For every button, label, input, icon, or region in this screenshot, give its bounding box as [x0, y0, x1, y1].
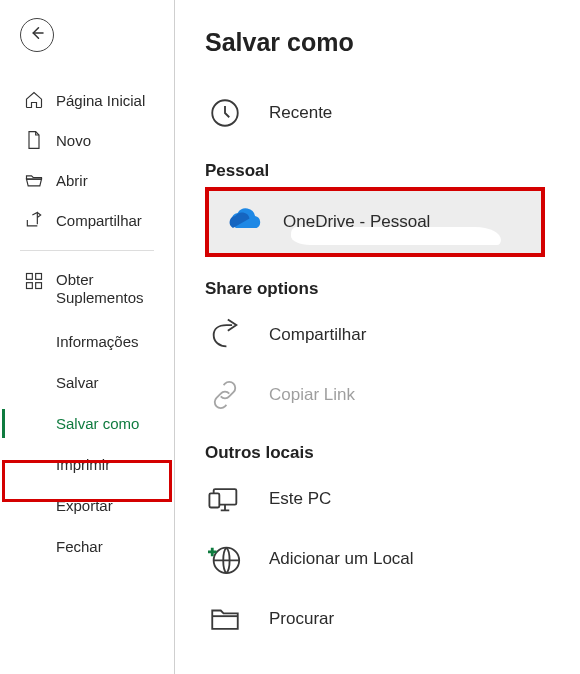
nav-open[interactable]: Abrir [0, 160, 174, 200]
action-add-place[interactable]: Adicionar um Local [205, 529, 570, 589]
nav-label: Compartilhar [56, 212, 142, 229]
subnav-export[interactable]: Exportar [0, 485, 174, 526]
nav-label: Página Inicial [56, 92, 145, 109]
backstage-sidebar: Página Inicial Novo Abrir Compartilhar [0, 0, 175, 674]
sidebar-divider [20, 250, 154, 251]
row-label: Recente [269, 103, 332, 123]
svg-rect-1 [27, 274, 33, 280]
subnav-print[interactable]: Imprimir [0, 444, 174, 485]
row-label: Compartilhar [269, 325, 366, 345]
location-this-pc[interactable]: Este PC [205, 469, 570, 529]
onedrive-icon [225, 207, 263, 237]
row-label: Adicionar um Local [269, 549, 414, 569]
folder-open-icon [24, 170, 44, 190]
link-icon [205, 375, 245, 415]
subnav-save-as[interactable]: Salvar como [0, 403, 174, 444]
grid-icon [24, 271, 44, 291]
svg-rect-2 [36, 274, 42, 280]
location-onedrive-personal[interactable]: OneDrive - Pessoal [205, 187, 545, 257]
nav-addins[interactable]: Obter Suplementos [0, 261, 174, 317]
nav-home[interactable]: Página Inicial [0, 80, 174, 120]
home-icon [24, 90, 44, 110]
clock-icon [205, 93, 245, 133]
svg-rect-3 [27, 283, 33, 289]
row-label: Este PC [269, 489, 331, 509]
nav-label: Novo [56, 132, 91, 149]
section-outros-locais: Outros locais [205, 443, 570, 463]
action-browse[interactable]: Procurar [205, 589, 570, 649]
main-panel: Salvar como Recente Pessoal OneDrive - P… [175, 0, 580, 674]
svg-rect-4 [36, 283, 42, 289]
globe-plus-icon [205, 539, 245, 579]
subnav-info[interactable]: Informações [0, 321, 174, 362]
subnav-close[interactable]: Fechar [0, 526, 174, 567]
share-icon [24, 210, 44, 230]
row-label: Procurar [269, 609, 334, 629]
nav-label: Obter Suplementos [56, 271, 174, 307]
nav-new[interactable]: Novo [0, 120, 174, 160]
document-icon [24, 130, 44, 150]
folder-icon [205, 599, 245, 639]
subnav-save[interactable]: Salvar [0, 362, 174, 403]
share-arrow-icon [205, 315, 245, 355]
svg-rect-7 [209, 493, 219, 507]
action-share[interactable]: Compartilhar [205, 305, 570, 365]
redacted-email [291, 227, 501, 245]
section-pessoal: Pessoal [205, 161, 570, 181]
page-title: Salvar como [205, 28, 570, 57]
location-recent[interactable]: Recente [205, 83, 570, 143]
action-copy-link: Copiar Link [205, 365, 570, 425]
monitor-icon [205, 479, 245, 519]
nav-label: Abrir [56, 172, 88, 189]
arrow-left-icon [28, 24, 46, 46]
section-share-options: Share options [205, 279, 570, 299]
row-label: Copiar Link [269, 385, 355, 405]
back-button[interactable] [20, 18, 54, 52]
nav-share[interactable]: Compartilhar [0, 200, 174, 240]
